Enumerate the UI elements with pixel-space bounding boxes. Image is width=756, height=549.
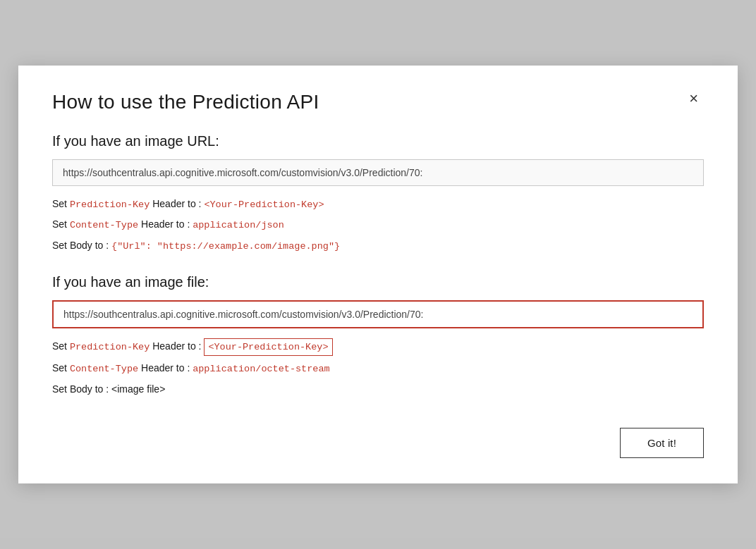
instruction-line-4: Set Prediction-Key Header to : <Your-Pre… — [52, 338, 704, 357]
line3-prefix: Set Body to : — [52, 240, 111, 251]
line5-value: application/octet-stream — [193, 364, 329, 374]
instruction-line-6: Set Body to : <image file> — [52, 381, 704, 397]
line4-prefix: Set — [52, 340, 70, 352]
line6-prefix: Set Body to : <image file> — [52, 383, 165, 395]
section-file: If you have an image file: https://south… — [52, 274, 704, 397]
line1-middle: Header to : — [150, 198, 204, 209]
modal-dialog: How to use the Prediction API × If you h… — [18, 66, 738, 483]
instruction-line-5: Set Content-Type Header to : application… — [52, 360, 704, 377]
line4-value: <Your-Prediction-Key> — [204, 338, 332, 357]
line2-middle: Header to : — [138, 218, 193, 230]
line2-keyword: Content-Type — [70, 220, 138, 230]
url-box-url: https://southcentralus.api.cognitive.mic… — [52, 159, 704, 186]
instruction-line-3: Set Body to : {"Url": "https://example.c… — [52, 238, 704, 254]
line1-keyword: Prediction-Key — [70, 199, 150, 210]
line5-prefix: Set — [52, 362, 70, 374]
line1-prefix: Set — [52, 198, 70, 209]
modal-overlay: How to use the Prediction API × If you h… — [0, 0, 756, 549]
url-box-file: https://southcentralus.api.cognitive.mic… — [52, 300, 704, 328]
section-file-title: If you have an image file: — [52, 274, 704, 290]
line4-keyword: Prediction-Key — [70, 342, 150, 352]
line2-value: application/json — [193, 220, 284, 230]
section-url-title: If you have an image URL: — [52, 133, 704, 149]
line5-keyword: Content-Type — [70, 364, 138, 374]
line3-value: {"Url": "https://example.com/image.png"} — [111, 241, 340, 252]
close-button[interactable]: × — [683, 88, 704, 109]
modal-footer: Got it! — [52, 428, 704, 458]
line2-prefix: Set — [52, 218, 70, 230]
line4-middle: Header to : — [150, 340, 204, 352]
modal-header: How to use the Prediction API × — [52, 91, 704, 113]
modal-title: How to use the Prediction API — [52, 91, 319, 113]
section-url: If you have an image URL: https://southc… — [52, 133, 704, 254]
line1-value: <Your-Prediction-Key> — [204, 199, 324, 210]
line5-middle: Header to : — [138, 362, 193, 374]
instruction-line-1: Set Prediction-Key Header to : <Your-Pre… — [52, 196, 704, 213]
instruction-line-2: Set Content-Type Header to : application… — [52, 216, 704, 233]
got-it-button[interactable]: Got it! — [620, 428, 704, 458]
